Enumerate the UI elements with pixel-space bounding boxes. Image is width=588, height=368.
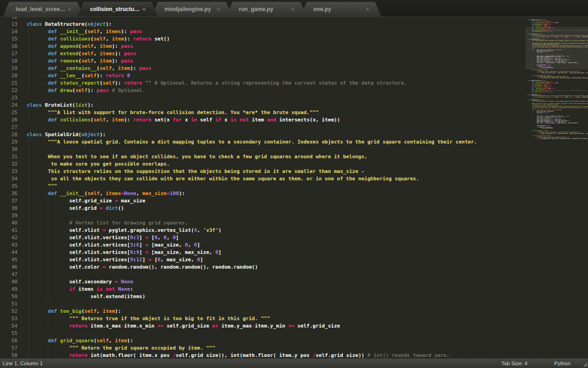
code-line[interactable]: 17 def extend(self, items): pass	[0, 50, 524, 58]
minimap-viewport[interactable]	[526, 27, 588, 69]
token: self.grid_size)), int(math.floor( item.y…	[560, 138, 588, 139]
language-indicator[interactable]: Python	[554, 361, 571, 366]
code-line[interactable]: 44 self.vlist.vertices[6:9] = [max_size,…	[0, 249, 524, 256]
close-icon[interactable]: ✕	[216, 7, 221, 12]
code-line-text: self.extend(items)	[17, 293, 145, 300]
token: item.y_max	[569, 72, 577, 74]
code-line[interactable]: 57 """ Return the grid square occupied b…	[0, 345, 524, 352]
token: -	[121, 323, 124, 329]
token: return	[69, 323, 88, 329]
token	[27, 65, 48, 71]
code-line[interactable]: 56 def grid_square(self, item):	[0, 337, 524, 345]
code-line[interactable]: 18 def remove(self, item): pass	[0, 58, 524, 65]
code-line[interactable]: 58 return int(math.floor( item.x_pos /se…	[0, 352, 524, 358]
code-line[interactable]: 40 # Vertex list for drawing grid square…	[0, 219, 524, 227]
code-line[interactable]: 47	[0, 271, 524, 278]
minimap[interactable]: class DataStructure(object): def __init_…	[526, 17, 588, 358]
code-line[interactable]: 23	[0, 94, 524, 102]
tab-run_game-py[interactable]: run_game.py✕	[226, 2, 307, 17]
line-number: 30	[0, 146, 17, 153]
code-line[interactable]: 27	[0, 124, 524, 131]
token: ):	[115, 51, 124, 57]
code-line[interactable]: 49 if items is not None:	[0, 286, 524, 293]
close-icon[interactable]: ✕	[67, 7, 73, 12]
code-line[interactable]: 48 self.secondary = None	[0, 278, 524, 286]
token: =	[115, 198, 118, 204]
tab-bar: load_level_screen.py✕collision_structure…	[0, 0, 588, 17]
token: ''	[145, 80, 151, 86]
code-line[interactable]: 26 def collisions(self, item): return se…	[0, 116, 524, 124]
code-line[interactable]: 16 def append(self, item): pass	[0, 43, 524, 50]
code-line[interactable]: 24class BruteList(list):	[0, 102, 524, 109]
code-line[interactable]: 14 def __init__(self, items): pass	[0, 28, 524, 35]
token: None	[121, 279, 133, 285]
token	[27, 109, 48, 115]
code-line[interactable]: 35 """	[0, 183, 524, 190]
tab-one-py[interactable]: one.py✕	[300, 2, 381, 17]
token: =	[145, 242, 148, 248]
line-number: 56	[0, 337, 17, 345]
code-line[interactable]: 41 self.vlist = pyglet.graphics.vertex_l…	[0, 227, 524, 234]
code-line[interactable]: 53 """ Returns true if the object is too…	[0, 315, 524, 322]
code-line[interactable]: 34 so all the objects they can collide w…	[0, 175, 524, 183]
line-number: 37	[0, 197, 17, 205]
code-line[interactable]: 54 return item.x_max-item.x_min >= self.…	[0, 322, 524, 330]
code-line[interactable]: 50 self.extend(items)	[0, 293, 524, 300]
code-line[interactable]: 38 self.grid = dict()	[0, 205, 524, 212]
indent-guide	[28, 138, 28, 358]
code-line[interactable]: 20 def __len__(self): return 0	[0, 72, 524, 80]
code-line[interactable]: 33 This structure relies on the supposit…	[0, 168, 524, 175]
code-line-text: self.secondary = None	[17, 278, 133, 286]
tab-collision_structures-py[interactable]: collision_structures.py✕	[77, 2, 158, 17]
code-line[interactable]: 21 def status_report(self): return '' # …	[0, 80, 524, 87]
token: self	[103, 80, 115, 86]
code-line[interactable]: 31 When you test to see if an object col…	[0, 153, 524, 161]
code-line[interactable]: 51	[0, 300, 524, 308]
token: ):	[130, 65, 139, 71]
editor-pane[interactable]: 1213class DataStructure(object):14 def _…	[0, 17, 588, 358]
code-line[interactable]: 15 def collisions(self, item): return se…	[0, 35, 524, 43]
token: =	[148, 257, 152, 263]
close-icon[interactable]: ✕	[365, 7, 370, 12]
line-number: 57	[0, 345, 17, 352]
close-icon[interactable]: ✕	[141, 7, 147, 12]
code-line[interactable]: 30	[0, 146, 524, 153]
code-line[interactable]: 55	[0, 330, 524, 337]
code-line[interactable]: 36 def __init__(self, items=None, max_si…	[0, 190, 524, 197]
code-line[interactable]: 29 """A loose spatial grid. Contains a d…	[0, 138, 524, 146]
token	[27, 338, 48, 344]
tab-load_level_screen-py[interactable]: load_level_screen.py✕	[3, 2, 84, 17]
code-line[interactable]: 25 """A list with support for brute-forc…	[0, 109, 524, 116]
code-line[interactable]: 42 self.vlist.vertices[0:3] = [0, 0, 0]	[0, 234, 524, 242]
code-line[interactable]: 13class DataStructure(object):	[0, 21, 524, 28]
resize-grip-icon[interactable]	[583, 362, 587, 367]
code-line[interactable]: 28class SpatialGrid(object):	[0, 131, 524, 138]
code-line[interactable]: 39	[0, 212, 524, 219]
code-line-text: def __init__(self, items=None, max_size=…	[17, 190, 185, 197]
token	[27, 168, 48, 174]
token: pyglet.graphics.vertex_list(	[106, 227, 194, 233]
token: 0	[127, 73, 130, 79]
code-line[interactable]: 22 def draw(self): pass # Optional.	[0, 87, 524, 94]
tab-size-indicator[interactable]: Tab Size: 4	[501, 361, 527, 366]
token: self.grid_size	[294, 323, 340, 329]
code-line-text	[17, 300, 27, 308]
code-line[interactable]: 52 def too_big(self, item):	[0, 308, 524, 315]
line-number: 25	[0, 109, 17, 116]
tab-mindjailengine-py[interactable]: mindjailengine.py✕	[152, 2, 232, 17]
code-line[interactable]: 19 def __contains__(self, item): pass	[0, 65, 524, 72]
code-line-text: def collisions(self, item): return set()	[17, 35, 170, 43]
token	[527, 72, 537, 74]
code-line[interactable]: 37 self.grid_size = max_size	[0, 197, 524, 205]
code-line[interactable]: 12	[0, 17, 524, 21]
token: in	[191, 117, 197, 123]
token: def	[48, 190, 57, 196]
close-icon[interactable]: ✕	[290, 7, 296, 12]
line-number: 58	[0, 352, 17, 358]
token: self	[87, 29, 100, 34]
code-line[interactable]: 46 self.color = random.random(), random.…	[0, 264, 524, 271]
token	[527, 138, 537, 139]
code-line[interactable]: 45 self.vlist.vertices[9:12] = [0, max_s…	[0, 256, 524, 264]
code-line[interactable]: 43 self.vlist.vertices[3:6] = [max_size,…	[0, 242, 524, 249]
code-line[interactable]: 32 to make sure you get possible overlap…	[0, 161, 524, 168]
